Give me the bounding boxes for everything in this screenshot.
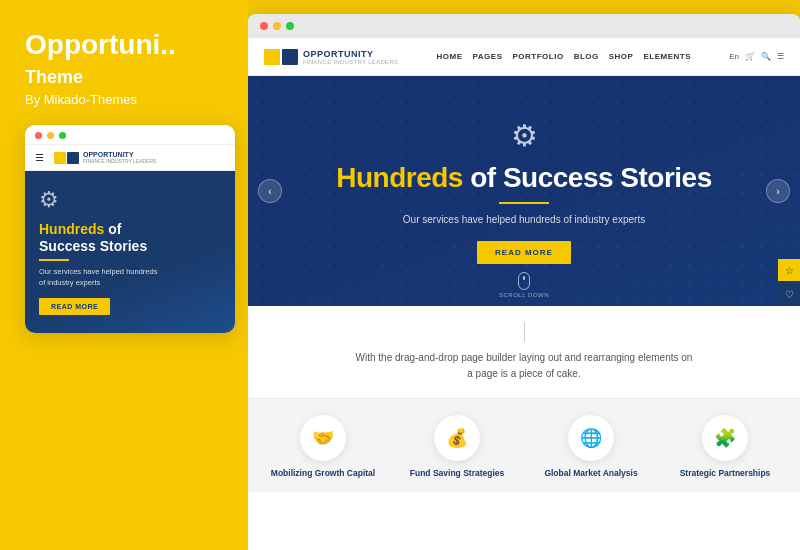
feature-icon-global: 🌐: [568, 415, 614, 461]
logo-square-yellow: [54, 152, 66, 164]
feature-item-2: 🌐 Global Market Analysis: [532, 415, 649, 482]
feature-item-1: 💰 Fund Saving Strategies: [398, 415, 515, 482]
nav-portfolio[interactable]: PORTFOLIO: [512, 52, 563, 61]
hero-arrow-left[interactable]: ‹: [258, 179, 282, 203]
scroll-mouse: [518, 272, 530, 290]
floating-badge: ☆ ♡: [778, 259, 800, 305]
site-logo-sq-yellow: [264, 49, 280, 65]
mobile-hero-title: Hundreds ofSuccess Stories: [39, 221, 147, 255]
logo-square-dark: [67, 152, 79, 164]
feature-item-3: 🧩 Strategic Partnerships: [666, 415, 783, 482]
scroll-down-text: Scroll Down: [499, 292, 549, 298]
intro-text: With the drag-and-drop page builder layi…: [354, 350, 694, 382]
hero-title-rest: of Success Stories: [470, 162, 712, 193]
badge-btn-2[interactable]: ♡: [778, 283, 800, 305]
site-header: OPPORTUNITY FINANCE INDUSTRY LEADERS HOM…: [248, 38, 800, 76]
header-lang[interactable]: En: [729, 52, 739, 61]
mobile-hero-highlight: Hundreds: [39, 221, 104, 237]
browser-dot-green[interactable]: [286, 22, 294, 30]
feature-icon-strategic: 🧩: [702, 415, 748, 461]
mobile-logo-text-block: OPPORTUNITY FINANCE INDUSTRY LEADERS: [83, 151, 156, 165]
hero-title: Hundreds of Success Stories: [336, 163, 712, 194]
feature-title-global: Global Market Analysis: [544, 468, 637, 479]
mobile-top-bar: [25, 125, 235, 145]
feature-item-0: 🤝 Mobilizing Growth Capital: [264, 415, 381, 482]
nav-home[interactable]: HOME: [437, 52, 463, 61]
theme-subtitle: Theme: [25, 67, 228, 88]
mobile-logo-block: OPPORTUNITY FINANCE INDUSTRY LEADERS: [54, 151, 156, 165]
mobile-cta-button[interactable]: READ MORE: [39, 298, 110, 315]
hero-content: ⚙ Hundreds of Success Stories Our servic…: [316, 118, 732, 264]
left-panel: Opportuni.. Theme By Mikado-Themes ☰ OPP…: [0, 0, 248, 550]
hero-scroll: Scroll Down: [499, 272, 549, 298]
nav-blog[interactable]: BLOG: [574, 52, 599, 61]
site-logo-text-block: OPPORTUNITY FINANCE INDUSTRY LEADERS: [303, 49, 398, 65]
site-header-actions: En 🛒 🔍 ☰: [729, 52, 784, 61]
features-row: 🤝 Mobilizing Growth Capital 💰 Fund Savin…: [248, 399, 800, 492]
search-icon[interactable]: 🔍: [761, 52, 771, 61]
hero-arrow-right[interactable]: ›: [766, 179, 790, 203]
feature-title-mobilizing: Mobilizing Growth Capital: [271, 468, 375, 479]
mobile-dot-green: [59, 132, 66, 139]
browser-chrome: [248, 14, 800, 38]
mobile-hero: ⚙ Hundreds ofSuccess Stories Our service…: [25, 171, 235, 333]
content-intro: With the drag-and-drop page builder layi…: [248, 306, 800, 399]
hamburger-icon[interactable]: ☰: [35, 152, 44, 163]
mobile-logo-tagline: FINANCE INDUSTRY LEADERS: [83, 158, 156, 164]
site-logo-sq-dark: [282, 49, 298, 65]
theme-by: By Mikado-Themes: [25, 92, 228, 107]
mobile-hero-subtitle: Our services have helped hundredsof indu…: [39, 267, 157, 288]
site-nav: HOME PAGES PORTFOLIO BLOG SHOP ELEMENTS: [408, 52, 719, 61]
site-content: With the drag-and-drop page builder layi…: [248, 306, 800, 492]
site-hero: ‹ ⚙ Hundreds of Success Stories Our serv…: [248, 76, 800, 306]
feature-title-fund: Fund Saving Strategies: [410, 468, 504, 479]
mobile-dot-red: [35, 132, 42, 139]
hero-subtitle: Our services have helped hundreds of ind…: [336, 212, 712, 227]
mobile-hero-divider: [39, 259, 69, 261]
mobile-logo-name: OPPORTUNITY: [83, 151, 156, 159]
hero-title-highlight: Hundreds: [336, 162, 463, 193]
content-divider-line: [524, 322, 525, 342]
mobile-logo-squares: [54, 152, 79, 164]
site-logo-name: OPPORTUNITY: [303, 49, 398, 59]
hero-divider: [499, 202, 549, 204]
browser-dot-yellow[interactable]: [273, 22, 281, 30]
menu-icon[interactable]: ☰: [777, 52, 784, 61]
site-logo-squares: [264, 49, 298, 65]
site-logo-tagline: FINANCE INDUSTRY LEADERS: [303, 59, 398, 65]
gear-icon: ⚙: [39, 187, 59, 213]
feature-icon-fund: 💰: [434, 415, 480, 461]
site-logo-block: OPPORTUNITY FINANCE INDUSTRY LEADERS: [264, 49, 398, 65]
feature-icon-mobilizing: 🤝: [300, 415, 346, 461]
hero-gear-icon: ⚙: [336, 118, 712, 153]
mobile-nav: ☰ OPPORTUNITY FINANCE INDUSTRY LEADERS: [25, 145, 235, 172]
hero-cta-button[interactable]: READ MORE: [477, 241, 571, 264]
browser-window: OPPORTUNITY FINANCE INDUSTRY LEADERS HOM…: [248, 14, 800, 550]
nav-elements[interactable]: ELEMENTS: [643, 52, 691, 61]
scroll-mouse-dot: [523, 276, 525, 280]
browser-dot-red[interactable]: [260, 22, 268, 30]
nav-pages[interactable]: PAGES: [473, 52, 503, 61]
mobile-mockup: ☰ OPPORTUNITY FINANCE INDUSTRY LEADERS ⚙…: [25, 125, 235, 333]
badge-btn-1[interactable]: ☆: [778, 259, 800, 281]
cart-icon[interactable]: 🛒: [745, 52, 755, 61]
mobile-dot-yellow: [47, 132, 54, 139]
theme-title: Opportuni..: [25, 30, 228, 61]
nav-shop[interactable]: SHOP: [609, 52, 634, 61]
feature-title-strategic: Strategic Partnerships: [680, 468, 771, 479]
